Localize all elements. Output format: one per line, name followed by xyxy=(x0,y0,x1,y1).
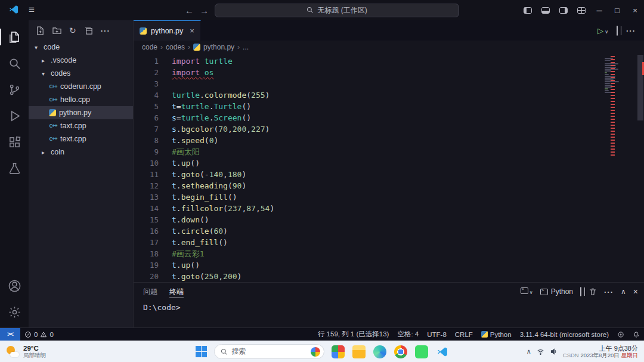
tree-item-code[interactable]: ▾code xyxy=(29,41,133,54)
code-line[interactable]: 7s.bgcolor(70,200,227) xyxy=(134,123,602,135)
code-line[interactable]: 15t.down() xyxy=(134,214,602,225)
new-file-icon[interactable] xyxy=(36,26,45,35)
refresh-icon[interactable]: ↻ xyxy=(69,26,76,35)
breadcrumb-item[interactable]: python.py xyxy=(203,43,234,51)
toggle-secondary-sidebar-icon[interactable] xyxy=(555,0,572,20)
weather-widget[interactable]: 29°C 局部晴朗 xyxy=(0,345,143,358)
code-line[interactable]: 8t.speed(0) xyxy=(134,135,602,146)
clock[interactable]: 上午 9点38分 CSDN 2023年8月20日 星期日 xyxy=(563,345,638,359)
code-line[interactable]: 1import turtle xyxy=(134,55,602,67)
tree-item-taxt.cpp[interactable]: C++taxt.cpp xyxy=(29,119,133,132)
maximize-button[interactable]: □ xyxy=(608,0,626,20)
code-line[interactable]: 19t.up() xyxy=(134,259,602,271)
breadcrumb-item[interactable]: code xyxy=(142,43,157,51)
tab-close-icon[interactable]: × xyxy=(190,26,194,35)
volume-icon[interactable] xyxy=(550,348,558,355)
search-view-icon[interactable] xyxy=(0,50,29,76)
tree-item-label: .vscode xyxy=(51,56,76,64)
code-line[interactable]: 9#画太阳 xyxy=(134,146,602,157)
terminal-profile-dropdown[interactable]: ∨ xyxy=(521,287,533,296)
toggle-sidebar-icon[interactable] xyxy=(519,0,537,20)
taskbar-app-explorer-icon[interactable] xyxy=(352,345,366,358)
taskbar-app-chrome-icon[interactable] xyxy=(394,345,407,358)
taskbar-app-vscode-icon[interactable] xyxy=(436,345,449,358)
explorer-icon[interactable] xyxy=(0,24,29,50)
code-line[interactable]: 12t.setheading(90) xyxy=(134,180,602,191)
split-editor-icon[interactable] xyxy=(617,26,618,35)
customize-layout-icon[interactable] xyxy=(572,0,590,20)
close-button[interactable]: × xyxy=(626,0,644,20)
code-line[interactable]: 20t.goto(250,200) xyxy=(134,271,602,282)
panel-more-actions-icon[interactable]: ··· xyxy=(604,287,614,296)
code-line[interactable]: 14t.fillcolor(237,87,54) xyxy=(134,203,602,214)
code-editor[interactable]: 1import turtle2import os34turtle.colormo… xyxy=(134,54,644,282)
code-line[interactable]: 6s=turtle.Screen() xyxy=(134,112,602,123)
indentation[interactable]: 空格: 4 xyxy=(393,328,423,341)
code-line[interactable]: 4turtle.colormode(255) xyxy=(134,89,602,101)
feedback-icon[interactable] xyxy=(613,328,628,341)
code-line[interactable]: 17t.end_fill() xyxy=(134,237,602,248)
taskbar-search-box[interactable]: 搜索 xyxy=(214,344,324,359)
code-line[interactable]: 11t.goto(-140,180) xyxy=(134,169,602,180)
code-line[interactable]: 5t=turtle.Turtle() xyxy=(134,101,602,112)
forward-icon[interactable]: → xyxy=(200,5,209,16)
tab-python-py[interactable]: python.py × xyxy=(134,20,201,41)
tree-item-coderun.cpp[interactable]: C++coderun.cpp xyxy=(29,80,133,93)
maximize-panel-icon[interactable]: ∧ xyxy=(621,287,626,296)
python-interpreter[interactable]: 3.11.4 64-bit (microsoft store) xyxy=(516,328,613,341)
command-center-search[interactable]: 无标题 (工作区) xyxy=(215,4,459,17)
tree-item-codes[interactable]: ▾codes xyxy=(29,67,133,80)
code-line[interactable]: 16t.circle(60) xyxy=(134,225,602,237)
editor-scrollbar[interactable] xyxy=(637,54,644,282)
tree-item-python.py[interactable]: python.py xyxy=(29,106,133,119)
tab-terminal[interactable]: 终端 xyxy=(169,283,184,301)
code-line[interactable]: 18#画云彩1 xyxy=(134,248,602,259)
menu-icon[interactable]: ≡ xyxy=(29,4,35,16)
remote-indicator[interactable]: >< xyxy=(0,328,20,341)
tree-item-text.cpp[interactable]: C++text.cpp xyxy=(29,132,133,146)
breadcrumb-item[interactable]: ... xyxy=(243,43,249,51)
start-button[interactable] xyxy=(196,346,207,357)
taskbar-app-edge-icon[interactable] xyxy=(373,345,386,358)
tree-item-coin[interactable]: ▸coin xyxy=(29,146,133,159)
extensions-icon[interactable] xyxy=(0,129,29,155)
minimap[interactable] xyxy=(602,54,637,282)
notifications-bell-icon[interactable] xyxy=(628,328,644,341)
toggle-panel-icon[interactable] xyxy=(537,0,555,20)
code-line[interactable]: 10t.up() xyxy=(134,157,602,169)
source-control-icon[interactable] xyxy=(0,76,29,103)
eol-sequence[interactable]: CRLF xyxy=(451,328,477,341)
problems-status[interactable]: 0 0 xyxy=(20,328,58,341)
language-mode[interactable]: Python xyxy=(477,328,516,341)
minimize-button[interactable]: ─ xyxy=(590,0,608,20)
split-terminal-icon[interactable] xyxy=(580,287,581,296)
terminal-instance-python[interactable]: Python xyxy=(540,287,573,296)
account-icon[interactable] xyxy=(0,273,29,299)
kill-terminal-icon[interactable] xyxy=(589,287,597,296)
tree-item-.vscode[interactable]: ▸.vscode xyxy=(29,54,133,67)
settings-gear-icon[interactable] xyxy=(0,299,29,325)
close-panel-icon[interactable]: × xyxy=(633,287,638,296)
tab-problems[interactable]: 问题 xyxy=(143,283,157,301)
tray-chevron-up-icon[interactable]: ∧ xyxy=(527,348,531,355)
run-debug-icon[interactable] xyxy=(0,103,29,129)
more-actions-icon[interactable]: ··· xyxy=(101,26,110,35)
new-folder-icon[interactable] xyxy=(52,26,61,35)
collapse-all-icon[interactable] xyxy=(84,26,93,35)
cursor-position[interactable]: 行 159, 列 1 (已选择13) xyxy=(314,328,394,341)
testing-icon[interactable] xyxy=(0,155,29,181)
network-icon[interactable] xyxy=(537,348,544,355)
editor-more-actions-icon[interactable]: ··· xyxy=(626,26,636,35)
code-token: ) xyxy=(223,227,228,236)
breadcrumb-item[interactable]: codes xyxy=(166,43,185,51)
taskbar-app-widgets-icon[interactable] xyxy=(332,345,345,358)
code-line[interactable]: 3 xyxy=(134,78,602,89)
taskbar-app-green-app-icon[interactable] xyxy=(415,345,428,358)
encoding[interactable]: UTF-8 xyxy=(423,328,451,341)
tree-item-hello.cpp[interactable]: C++hello.cpp xyxy=(29,93,133,106)
run-python-button[interactable]: ▷ ∨ xyxy=(597,26,608,35)
code-line[interactable]: 13t.begin_fill() xyxy=(134,191,602,203)
code-line[interactable]: 2import os xyxy=(134,67,602,78)
terminal[interactable]: D:\code> xyxy=(134,301,644,327)
back-icon[interactable]: ← xyxy=(185,5,194,16)
